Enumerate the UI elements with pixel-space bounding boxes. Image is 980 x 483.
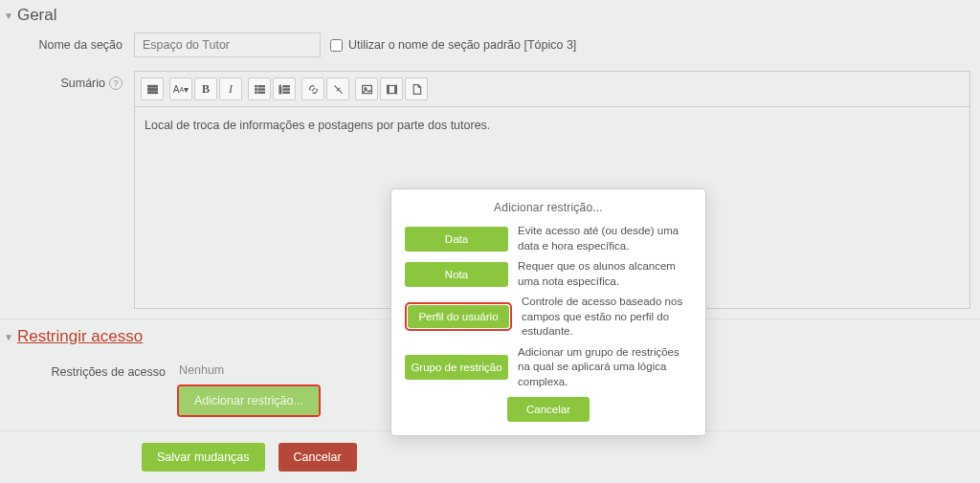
italic-icon[interactable]: I [219,77,242,100]
footer-buttons: Salvar mudanças Cancelar [0,430,980,472]
link-icon[interactable] [301,77,324,100]
modal-option-grade: Nota Requer que os alunos alcancem uma n… [405,259,692,289]
restrictions-label: Restrições de acesso [10,360,177,379]
svg-point-7 [255,91,256,93]
modal-cancel-button[interactable]: Cancelar [507,397,590,422]
file-icon[interactable] [405,77,428,100]
section-name-input[interactable] [134,33,321,57]
editor-toolbar: AA▾ B I 123 [135,72,969,107]
cancel-button[interactable]: Cancelar [278,443,357,472]
collapse-icon: ▼ [4,332,13,342]
modal-title: Adicionar restrição... [405,199,692,224]
svg-rect-2 [147,91,157,93]
help-icon[interactable]: ? [109,77,122,90]
option-date-desc: Evite acesso até (ou desde) uma data e h… [518,224,692,253]
use-default-checkbox[interactable] [330,39,343,52]
option-grade-button[interactable]: Nota [405,262,508,287]
option-userprofile-highlight: Perfil do usuário [405,302,512,331]
svg-rect-0 [147,85,157,87]
svg-rect-18 [387,85,389,93]
svg-rect-6 [257,88,264,89]
svg-point-3 [255,85,256,87]
media-icon[interactable] [380,77,403,100]
option-userprofile-button[interactable]: Perfil do usuário [408,305,509,328]
option-userprofile-desc: Controle de acesso baseado nos campos qu… [522,295,692,340]
svg-text:3: 3 [278,90,281,95]
use-default-name[interactable]: Utilizar o nome de seção padrão [Tópico … [330,38,576,52]
row-section-name: Nome da seção Utilizar o nome de seção p… [10,33,970,57]
bold-icon[interactable]: B [194,77,217,100]
section-name-label: Nome da seção [10,33,134,52]
general-title: Geral [17,6,57,25]
general-section-header[interactable]: ▼ Geral [0,0,980,29]
option-group-button[interactable]: Grupo de restrição [405,355,508,380]
add-restriction-button[interactable]: Adicionar restrição... [179,386,319,415]
image-icon[interactable] [355,77,378,100]
modal-option-userprofile: Perfil do usuário Controle de acesso bas… [405,295,692,340]
svg-rect-4 [257,85,264,86]
svg-rect-12 [282,88,289,89]
summary-label: Sumário [60,77,105,90]
font-size-icon[interactable]: AA▾ [169,77,192,100]
svg-rect-10 [282,85,289,86]
modal-option-group: Grupo de restrição Adicionar um grupo de… [405,345,692,390]
use-default-label: Utilizar o nome de seção padrão [Tópico … [348,38,576,52]
modal-option-date: Data Evite acesso até (ou desde) uma dat… [405,224,692,253]
svg-rect-1 [147,88,157,90]
collapse-icon: ▼ [4,11,13,21]
restrict-title: Restringir acesso [17,327,143,346]
option-date-button[interactable]: Data [405,227,508,252]
add-restriction-highlight: Adicionar restrição... [177,384,321,417]
add-restriction-modal: Adicionar restrição... Data Evite acesso… [390,188,706,436]
option-group-desc: Adicionar um grupo de restrições na qual… [518,345,692,390]
numbered-list-icon[interactable]: 123 [273,77,296,100]
svg-rect-14 [282,92,289,93]
svg-point-5 [255,88,256,90]
option-grade-desc: Requer que os alunos alcancem uma nota e… [518,259,692,289]
unlink-icon[interactable] [326,77,349,100]
bulleted-list-icon[interactable] [248,77,271,100]
save-button[interactable]: Salvar mudanças [142,443,265,472]
toolbar-expand-icon[interactable] [141,77,164,100]
svg-rect-8 [257,92,264,93]
svg-rect-19 [394,85,396,93]
